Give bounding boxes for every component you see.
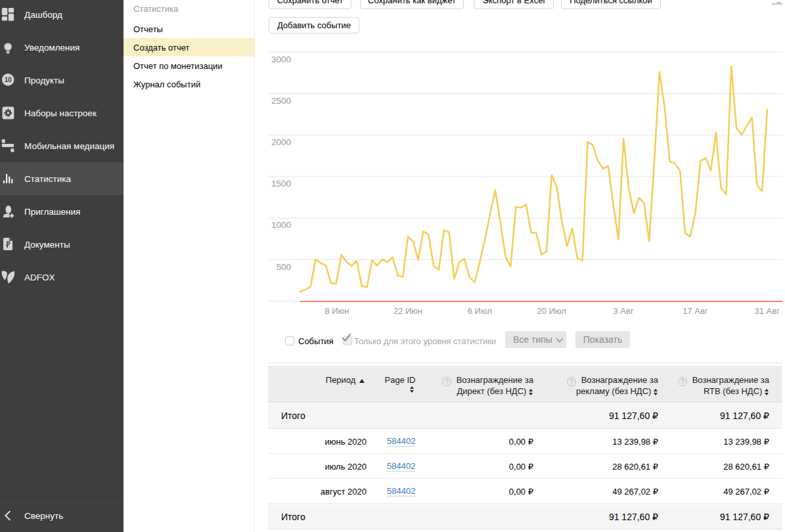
svg-text:3000: 3000 <box>271 55 291 64</box>
svg-text:22 Июн: 22 Июн <box>393 306 422 316</box>
svg-text:17 Авг: 17 Авг <box>683 306 708 316</box>
svg-text:2000: 2000 <box>271 137 291 147</box>
svg-text:20 Июл: 20 Июл <box>537 306 566 316</box>
svg-text:3 Авг: 3 Авг <box>614 306 634 316</box>
svg-text:8 Июн: 8 Июн <box>325 306 349 316</box>
svg-text:31 Авг: 31 Авг <box>755 306 780 316</box>
svg-text:1000: 1000 <box>271 220 291 230</box>
svg-text:2500: 2500 <box>271 96 291 106</box>
svg-text:10: 10 <box>5 76 12 83</box>
svg-text:500: 500 <box>276 262 291 272</box>
svg-text:6 Июл: 6 Июл <box>468 306 492 316</box>
svg-text:1500: 1500 <box>271 179 291 188</box>
